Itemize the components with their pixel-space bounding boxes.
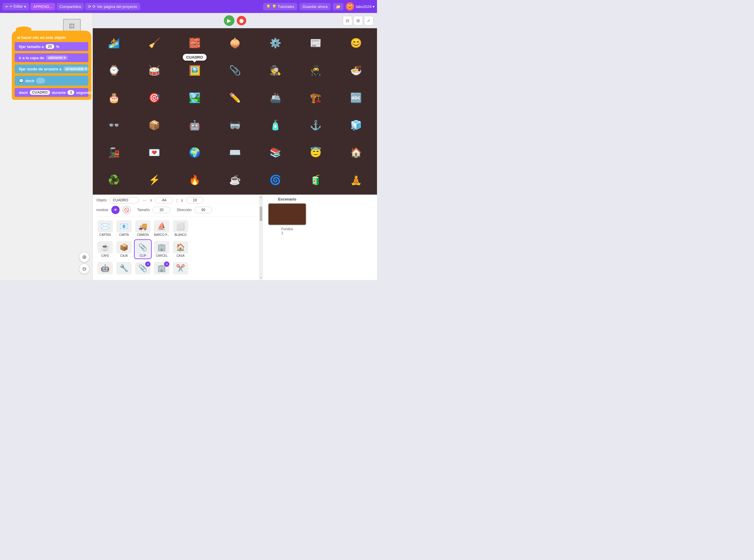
sprite-cell[interactable]: 🏞️ — [175, 84, 214, 111]
scroll-up-button[interactable]: ▲ — [259, 195, 263, 198]
folder-button[interactable]: 📁 — [333, 3, 343, 10]
sprite-cell[interactable]: 🍜 — [336, 57, 376, 84]
sprite-cell[interactable]: ⌨️ — [215, 139, 255, 166]
sprite-thumb-carta[interactable]: 📧 CARTA — [115, 218, 133, 238]
stage-area[interactable]: 🏄 🧹 🧱 🧅 ⚙️ 📰 😊 ⌚ 🥁 CUADRO 🖼️ 📎 🕵️ 🥷 🍜 — [93, 28, 377, 195]
sprite-cell[interactable]: 📎 — [215, 57, 255, 84]
sprite-thumb-cartas[interactable]: ✉️ CARTAS — [96, 218, 114, 238]
sprite-thumb-camion[interactable]: 🚚 CAMION — [134, 218, 152, 238]
pencil-icon: ✏ — [5, 4, 8, 9]
sprite-thumb-cafe[interactable]: ☕ CAFE — [96, 239, 114, 259]
sprite-cell[interactable]: 📦 — [134, 112, 174, 138]
sprite-cell[interactable]: 🔤 — [336, 84, 376, 111]
zoom-in-button[interactable]: ⊕ — [79, 252, 90, 262]
bulb-icon: 💡 — [266, 4, 271, 9]
fullscreen-button[interactable]: ⤢ — [364, 16, 374, 25]
view-split-button[interactable]: ⊟ — [343, 16, 352, 25]
sprite-cell[interactable]: 🎂 — [94, 84, 134, 111]
sprite-cell[interactable]: 😇 — [296, 139, 336, 166]
sprite-cell[interactable]: 🏠 — [336, 139, 376, 166]
go-to-layer-block[interactable]: ir a la capa de adelante ▾ — [15, 53, 88, 62]
sprite-thumb-robot[interactable]: 🤖 — [96, 260, 114, 277]
sprite-cell[interactable]: 🕵️ — [255, 57, 295, 84]
sprite-thumb-scissors[interactable]: ✂️ — [172, 260, 190, 277]
sprite-cell[interactable]: 🥷 — [296, 57, 336, 84]
blocks-group: al hacer clic en este objeto fijar tamañ… — [12, 31, 91, 100]
sprite-cell[interactable]: ♻️ — [94, 167, 134, 194]
set-size-block[interactable]: fijar tamaño a 20 % — [15, 42, 88, 51]
sprite-cell[interactable]: ⚡ — [134, 167, 174, 194]
sprite-cell[interactable]: ⚓ — [296, 112, 336, 138]
sprite-cell[interactable]: ☕ — [215, 167, 255, 194]
sprite-cell[interactable]: 🧅 — [215, 29, 255, 56]
sprite-thumb-clip2[interactable]: 📎 ✕ — [134, 260, 152, 277]
sprite-cell[interactable]: 🏄 — [94, 29, 134, 56]
size-input[interactable] — [153, 207, 170, 213]
edit-button[interactable]: ✏ ✏ Editar ▾ — [2, 3, 29, 10]
hat-block[interactable]: al hacer clic en este objeto — [17, 34, 86, 41]
sprite-cell[interactable]: ⚙️ — [255, 29, 295, 56]
sprite-thumb-barco[interactable]: ⛵ BARCO P... — [153, 218, 171, 238]
sprite-cell[interactable]: 🧃 — [296, 167, 336, 194]
say-block[interactable]: 💬 decir — [15, 76, 88, 86]
escenario-panel: Escenario Fondos 2 — [263, 195, 311, 280]
sprite-cell[interactable]: 🔥 — [175, 167, 214, 194]
compartidos-button[interactable]: Compartidos — [57, 3, 84, 10]
show-button[interactable]: 👁 — [111, 206, 120, 214]
sprite-cell[interactable]: 🚢 — [255, 84, 295, 111]
sprite-cell[interactable]: ✏️ — [215, 84, 255, 111]
sprite-thumb-caja[interactable]: 📦 CAJA — [115, 239, 133, 259]
y-value-input[interactable] — [186, 197, 203, 203]
sprite-thumb-clip[interactable]: 📎 CLIP — [134, 239, 152, 259]
guardar-button[interactable]: Guardar ahora — [300, 3, 331, 10]
stop-button[interactable]: ⬤ — [237, 16, 246, 25]
sprite-cell[interactable]: 🏗️ — [296, 84, 336, 111]
sprite-thumb-blanco[interactable]: ⬜ BLANCO — [172, 218, 190, 238]
dropdown-arrow-icon: ▾ — [24, 4, 26, 9]
main-area: 🖼 al hacer clic en este objeto fijar tam… — [0, 13, 377, 280]
sprite-cell[interactable]: 🧹 — [134, 29, 174, 56]
sprite-thumb-tool[interactable]: 🔧 — [115, 260, 133, 277]
chat-icon: 💬 — [19, 79, 24, 83]
sprite-cell[interactable]: 👓 — [94, 112, 134, 138]
sprite-thumb-casa[interactable]: 🏠 CASA — [172, 239, 190, 259]
image-icon: 🖼 — [69, 23, 75, 30]
hide-button[interactable]: 🚫 — [122, 206, 131, 214]
sprite-cell[interactable]: CUADRO 🖼️ — [175, 57, 214, 84]
sprite-cell[interactable]: ⌚ — [94, 57, 134, 84]
sprite-cell[interactable]: 🤖 — [175, 112, 214, 138]
sprite-cell[interactable]: 🧱 — [175, 29, 214, 56]
sprite-cell[interactable]: 🥁 — [134, 57, 174, 84]
sprite-cell[interactable]: 🎯 — [134, 84, 174, 111]
objeto-name-input[interactable] — [110, 197, 139, 203]
escenario-thumbnail[interactable] — [268, 203, 306, 225]
sprite-cell[interactable]: 🌀 — [255, 167, 295, 194]
sprite-thumb-carcel[interactable]: 🏢 CARCEL — [153, 239, 171, 259]
tutoriales-button[interactable]: 💡 💡 Tutoriales — [263, 3, 297, 10]
sprite-thumb-building[interactable]: 🏢 ✕ — [153, 260, 171, 277]
sprite-cell[interactable]: 🥽 — [215, 112, 255, 138]
set-drag-block[interactable]: fijar modo de arrastre a arrastrable ▾ — [15, 64, 88, 73]
sprite-cell[interactable]: 🧘 — [336, 167, 376, 194]
user-menu[interactable]: 🐱 labo2024 ▾ — [346, 2, 375, 11]
sprite-cell[interactable]: 📚 — [255, 139, 295, 166]
code-panel: 🖼 al hacer clic en este objeto fijar tam… — [0, 13, 93, 280]
sprite-cell[interactable]: 🧴 — [255, 112, 295, 138]
sprite-cell[interactable]: 🚂 — [94, 139, 134, 166]
direction-input[interactable] — [194, 207, 212, 213]
code-canvas[interactable]: 🖼 al hacer clic en este objeto fijar tam… — [0, 13, 93, 280]
x-value-input[interactable] — [155, 197, 173, 203]
zoom-out-button[interactable]: ⊖ — [79, 263, 90, 274]
say-timed-block[interactable]: decir CUADRO durante 3 segundos — [15, 88, 88, 97]
sprite-cell[interactable]: 📰 — [296, 29, 336, 56]
view-stage-button[interactable]: ⊞ — [353, 16, 363, 25]
aprender-button[interactable]: APREND... — [30, 3, 55, 10]
sprite-cell[interactable]: 🌍 — [175, 139, 214, 166]
play-button[interactable]: ▶ — [224, 15, 235, 26]
sprite-cell[interactable]: 💌 — [134, 139, 174, 166]
sprite-cell[interactable]: 😊 — [336, 29, 376, 56]
scroll-down-button[interactable]: ▼ — [259, 276, 263, 279]
sprite-list-scrollbar[interactable]: ▲ ▼ — [259, 195, 263, 280]
ver-proyecto-button[interactable]: ⟳ ⟳ Ver página del proyecto — [85, 3, 140, 10]
sprite-cell[interactable]: 🧊 — [336, 112, 376, 138]
